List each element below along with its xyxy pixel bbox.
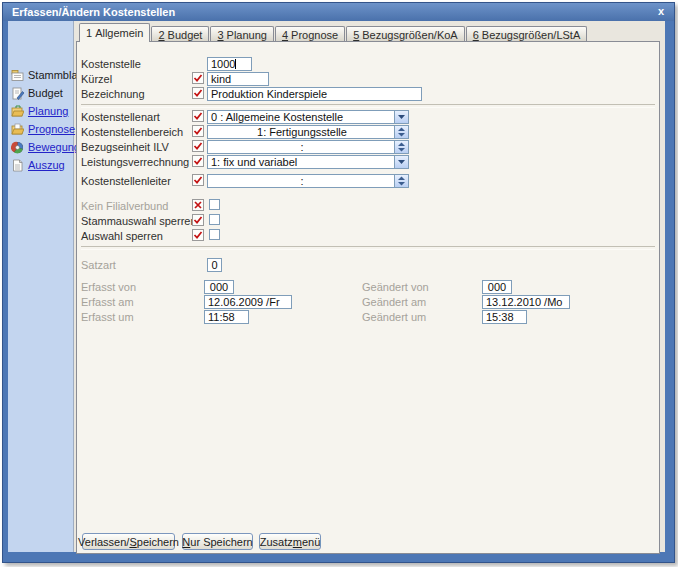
- sidebar-item-label: Planung: [28, 105, 68, 117]
- spinner-value: 1: Fertigungsstelle: [211, 126, 393, 138]
- kostenstellenleiter-label: Kostenstellenleiter: [81, 175, 171, 187]
- sidebar-item-prognose[interactable]: Prognose: [11, 121, 75, 137]
- geaendert-am-label: Geändert am: [362, 296, 426, 308]
- kein-filialverbund-checkbox[interactable]: [209, 199, 220, 210]
- window-content: Stammblatt Budget Planung: [8, 21, 665, 552]
- sidebar-item-label: Budget: [28, 87, 63, 99]
- edit-check-icon[interactable]: [192, 87, 204, 99]
- window-titlebar[interactable]: Erfassen/Ändern Kostenstellen x: [3, 3, 674, 21]
- spinner-updown-icon[interactable]: [394, 126, 408, 138]
- tab-mnemonic: 3: [217, 29, 223, 41]
- nur-speichern-button[interactable]: Nur Speichern: [182, 533, 253, 550]
- geaendert-um-field: [482, 310, 527, 324]
- geaendert-am-field: [482, 295, 570, 309]
- kostenstellenbereich-spinner[interactable]: 1: Fertigungsstelle: [207, 125, 409, 139]
- sidebar-item-budget[interactable]: Budget: [11, 85, 63, 101]
- separator: [81, 104, 655, 108]
- kostenstellenleiter-spinner[interactable]: :: [207, 174, 409, 188]
- auswahl-sperren-checkbox[interactable]: [209, 229, 220, 240]
- tab-bezugsgroessen-koa[interactable]: 5Bezugsgrößen/KoA: [346, 26, 465, 41]
- edit-check-icon[interactable]: [192, 140, 204, 152]
- edit-check-icon[interactable]: [192, 174, 204, 186]
- erfasst-von-label: Erfasst von: [81, 281, 136, 293]
- dropdown-arrow-icon[interactable]: [394, 156, 408, 168]
- erfasst-am-field: [204, 295, 292, 309]
- edit-check-icon[interactable]: [192, 214, 204, 226]
- kostenstellenart-label: Kostenstellenart: [81, 111, 160, 123]
- index-card-icon: [11, 69, 24, 82]
- tab-label: Bezugsgrößen/KoA: [362, 29, 457, 41]
- kostenstelle-label: Kostenstelle: [81, 58, 141, 70]
- button-text: peichern: [137, 536, 179, 548]
- folder-doc-icon: [11, 123, 24, 136]
- button-mnemonic: m: [293, 536, 302, 548]
- tab-bezugsgroessen-lsta[interactable]: 6Bezugsgrößen/LStA: [466, 26, 588, 41]
- edit-check-icon[interactable]: [192, 229, 204, 241]
- open-folder-icon: [11, 105, 24, 118]
- sidebar-item-label: Auszug: [28, 159, 65, 171]
- button-mnemonic: S: [129, 536, 136, 548]
- dropdown-value: 1: fix und variabel: [211, 156, 393, 168]
- leistungsverrechnung-dropdown[interactable]: 1: fix und variabel: [207, 155, 409, 169]
- text-caret: [235, 59, 236, 69]
- tab-bar: 1Allgemein 2Budget 3Planung 4Prognose 5B…: [79, 25, 588, 41]
- geaendert-von-label: Geändert von: [362, 281, 429, 293]
- bezeichnung-input[interactable]: [207, 87, 422, 101]
- edit-check-icon[interactable]: [192, 155, 204, 167]
- spinner-updown-icon[interactable]: [394, 175, 408, 187]
- sidebar-item-auszug[interactable]: Auszug: [11, 157, 65, 173]
- sidebar: Stammblatt Budget Planung: [8, 21, 74, 552]
- spinner-updown-icon[interactable]: [394, 141, 408, 153]
- document-icon: [11, 159, 24, 172]
- tab-mnemonic: 2: [158, 29, 164, 41]
- button-text: Verlassen/: [78, 536, 129, 548]
- erfasst-von-field: [204, 280, 234, 294]
- bezugseinheit-ilv-spinner[interactable]: :: [207, 140, 409, 154]
- dropdown-arrow-icon[interactable]: [394, 111, 408, 123]
- sidebar-item-bewegung[interactable]: Bewegung: [11, 139, 80, 155]
- tab-budget[interactable]: 2Budget: [151, 26, 209, 41]
- erfasst-am-label: Erfasst am: [81, 296, 134, 308]
- tab-planung[interactable]: 3Planung: [210, 26, 274, 41]
- dropdown-value: 0 : Allgemeine Kostenstelle: [211, 111, 393, 123]
- zusatzmenue-button[interactable]: Zusatzmenü: [259, 533, 321, 550]
- kuerzel-input[interactable]: [207, 72, 269, 86]
- sidebar-item-label: Bewegung: [28, 141, 80, 153]
- satzart-field: [207, 258, 222, 272]
- button-text: Zusatz: [260, 536, 293, 548]
- kostenstelle-input[interactable]: [207, 57, 252, 71]
- tab-label: Allgemein: [95, 27, 143, 39]
- tab-label: Prognose: [291, 29, 338, 41]
- stammauswahl-sperren-checkbox[interactable]: [209, 214, 220, 225]
- button-text: ur Speichern: [190, 536, 252, 548]
- satzart-label: Satzart: [81, 259, 116, 271]
- tab-mnemonic: 5: [353, 29, 359, 41]
- tab-mnemonic: 1: [86, 27, 92, 39]
- leistungsverrechnung-label: Leistungsverrechnung: [81, 156, 189, 168]
- kostenstellenart-dropdown[interactable]: 0 : Allgemeine Kostenstelle: [207, 110, 409, 124]
- edit-check-icon[interactable]: [192, 72, 204, 84]
- stammauswahl-sperren-label: Stammauswahl sperren: [81, 215, 197, 227]
- button-mnemonic: N: [182, 536, 190, 548]
- verlassen-speichern-button[interactable]: Verlassen/Speichern: [82, 533, 175, 550]
- sidebar-item-planung[interactable]: Planung: [11, 103, 68, 119]
- tab-page-allgemein: Kostenstelle Kürzel Bezeichnung Kostenst…: [76, 41, 660, 554]
- sidebar-item-label: Prognose: [28, 123, 75, 135]
- button-text: enü: [302, 536, 320, 548]
- close-icon[interactable]: x: [658, 5, 664, 17]
- geaendert-um-label: Geändert um: [362, 311, 426, 323]
- tab-allgemein[interactable]: 1Allgemein: [79, 23, 150, 42]
- color-wheel-icon: [11, 141, 24, 154]
- spinner-value: :: [211, 175, 393, 187]
- desktop: Erfassen/Ändern Kostenstellen x Stammbla…: [0, 0, 678, 567]
- tab-prognose[interactable]: 4Prognose: [275, 26, 345, 41]
- edit-cross-icon[interactable]: [192, 199, 204, 211]
- kuerzel-label: Kürzel: [81, 73, 112, 85]
- spinner-value: :: [211, 141, 393, 153]
- kostenstellenbereich-label: Kostenstellenbereich: [81, 126, 183, 138]
- edit-check-icon[interactable]: [192, 110, 204, 122]
- tab-mnemonic: 4: [282, 29, 288, 41]
- sidebar-item-stammblatt[interactable]: Stammblatt: [11, 67, 84, 83]
- edit-check-icon[interactable]: [192, 125, 204, 137]
- tab-label: Planung: [227, 29, 267, 41]
